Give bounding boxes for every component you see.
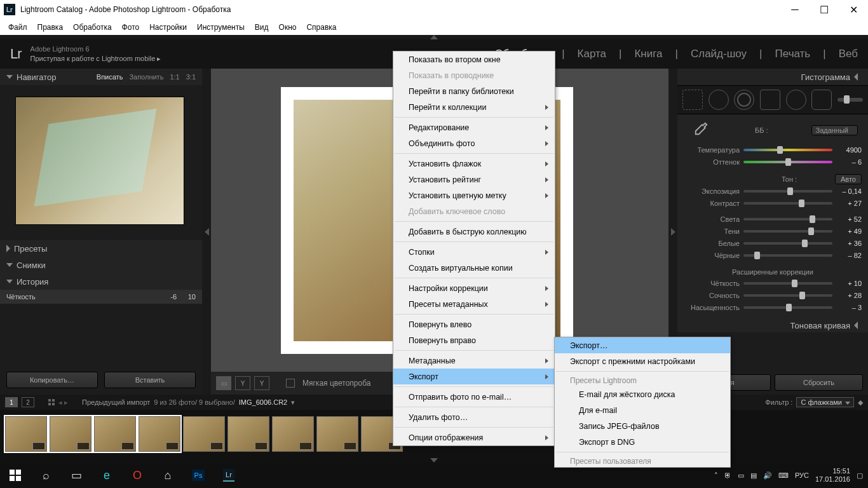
- tray-clock[interactable]: 15:51 17.01.2016: [815, 467, 850, 484]
- secondary-display-button[interactable]: 2: [22, 397, 34, 407]
- menu-item[interactable]: Стопки: [393, 244, 555, 260]
- history-item[interactable]: Чёткость -6 10: [0, 290, 202, 304]
- menu-item[interactable]: Отправить фото по e-mail…: [393, 389, 555, 405]
- navigator-header[interactable]: Навигатор ВписатьЗаполнить1:13:1: [0, 69, 202, 85]
- photoshop-icon[interactable]: Ps: [183, 463, 214, 488]
- module-Печать[interactable]: Печать: [775, 48, 811, 60]
- module-Веб[interactable]: Веб: [839, 48, 858, 60]
- menu-Окно[interactable]: Окно: [275, 21, 301, 34]
- menu-item[interactable]: Экспорт…: [555, 337, 730, 353]
- slider-Тени[interactable]: Тени+ 49: [684, 225, 862, 237]
- crop-tool[interactable]: [682, 90, 703, 110]
- loupe-view-button[interactable]: ▭: [216, 376, 231, 390]
- tonecurve-header[interactable]: Тоновая кривая: [677, 318, 868, 332]
- tool-size-slider[interactable]: [837, 98, 863, 102]
- film-thumb[interactable]: [272, 416, 314, 452]
- fit-3:1[interactable]: 3:1: [186, 73, 196, 81]
- menu-item[interactable]: E-mail для жёсткого диска: [555, 386, 730, 402]
- menu-item[interactable]: Экспорт в DNG: [555, 434, 730, 450]
- tray-expand-icon[interactable]: ˄: [714, 471, 718, 480]
- task-view-icon[interactable]: ▭: [61, 463, 92, 488]
- film-thumb[interactable]: [183, 416, 225, 452]
- histogram-header[interactable]: Гистограмма: [677, 69, 868, 85]
- source-label[interactable]: Предыдущий импорт: [82, 398, 150, 406]
- slider-knob[interactable]: [777, 146, 783, 154]
- menu-item[interactable]: Пресеты метаданных: [393, 296, 555, 312]
- menu-item[interactable]: Установить флажок: [393, 156, 555, 172]
- spot-tool[interactable]: [709, 90, 729, 110]
- menu-item[interactable]: Добавить в быструю коллекцию: [393, 224, 555, 240]
- auto-tone-button[interactable]: Авто: [835, 174, 862, 184]
- primary-display-button[interactable]: 1: [5, 397, 18, 407]
- slider-Оттенок[interactable]: Оттенок– 6: [684, 156, 862, 168]
- menu-item[interactable]: Запись JPEG-файлов: [555, 418, 730, 434]
- slider-Света[interactable]: Света+ 52: [684, 213, 862, 225]
- slider-knob[interactable]: [785, 158, 791, 166]
- menu-item[interactable]: Редактирование: [393, 119, 555, 135]
- menu-item[interactable]: Установить рейтинг: [393, 172, 555, 187]
- paste-button[interactable]: Вставить: [104, 372, 196, 388]
- grid-icon[interactable]: [48, 399, 55, 405]
- lightroom-icon[interactable]: Lr: [214, 463, 244, 488]
- search-icon[interactable]: ⌕: [31, 463, 61, 488]
- slider-Экспозиция[interactable]: Экспозиция– 0,14: [684, 185, 862, 197]
- tray-volume-icon[interactable]: 🔊: [763, 471, 772, 480]
- tray-notifications-icon[interactable]: ▢: [857, 471, 863, 480]
- menu-item[interactable]: Для e-mail: [555, 402, 730, 418]
- slider-Чёрные[interactable]: Чёрные– 82: [684, 249, 862, 261]
- radial-filter-tool[interactable]: [786, 90, 806, 110]
- window-maximize-button[interactable]: ☐: [810, 0, 839, 19]
- slider-knob[interactable]: [810, 215, 815, 223]
- presets-header[interactable]: Пресеты: [0, 240, 202, 257]
- fit-Вписать[interactable]: Вписать: [97, 73, 123, 81]
- slider-knob[interactable]: [754, 252, 760, 259]
- slider-Чёткость[interactable]: Чёткость+ 10: [684, 277, 862, 289]
- menu-item[interactable]: Настройки коррекции: [393, 280, 555, 296]
- window-close-button[interactable]: ✕: [839, 0, 868, 19]
- slider-knob[interactable]: [802, 240, 808, 247]
- before-after-y2-button[interactable]: Y: [254, 376, 269, 390]
- slider-Сочность[interactable]: Сочность+ 28: [684, 289, 862, 301]
- expand-top-icon[interactable]: [430, 35, 438, 39]
- menu-item[interactable]: Метаданные: [393, 353, 555, 369]
- tray-shield-icon[interactable]: ⛨: [724, 471, 731, 479]
- tray-keyboard-icon[interactable]: ⌨: [778, 471, 789, 480]
- menu-item[interactable]: Экспорт с прежними настройками: [555, 353, 730, 369]
- module-Карта[interactable]: Карта: [578, 48, 607, 60]
- menu-item[interactable]: Объединить фото: [393, 135, 555, 151]
- snapshots-header[interactable]: Снимки: [0, 257, 202, 273]
- start-button[interactable]: [0, 463, 31, 488]
- fit-1:1[interactable]: 1:1: [170, 73, 179, 81]
- menu-Справка[interactable]: Справка: [302, 21, 341, 34]
- filter-lock-icon[interactable]: ◆: [858, 398, 863, 407]
- fit-Заполнить[interactable]: Заполнить: [129, 73, 163, 81]
- slider-knob[interactable]: [808, 227, 814, 235]
- tray-language[interactable]: РУС: [795, 471, 809, 479]
- menu-Вид[interactable]: Вид: [250, 21, 273, 34]
- film-thumb[interactable]: [5, 416, 47, 452]
- module-Слайд-шоу[interactable]: Слайд-шоу: [691, 48, 747, 60]
- menu-Фото[interactable]: Фото: [118, 21, 144, 34]
- home-icon[interactable]: ⌂: [153, 463, 183, 488]
- tray-battery-icon[interactable]: ▭: [738, 471, 744, 480]
- brush-tool[interactable]: [811, 90, 832, 110]
- softproof-checkbox[interactable]: [286, 379, 295, 388]
- menu-item[interactable]: Опции отображения: [393, 430, 555, 445]
- slider-knob[interactable]: [792, 280, 797, 287]
- filter-dropdown[interactable]: С флажками: [796, 397, 854, 407]
- menu-item[interactable]: Установить цветную метку: [393, 187, 555, 203]
- opera-icon[interactable]: O: [122, 463, 153, 488]
- menu-item[interactable]: Удалить фото…: [393, 409, 555, 425]
- menu-item[interactable]: Перейти к коллекции: [393, 99, 555, 115]
- slider-Температура[interactable]: Температура4900: [684, 144, 862, 156]
- mobile-link[interactable]: Приступая к работе с Lightroom mobile ▸: [31, 54, 161, 64]
- navigator-preview[interactable]: [0, 85, 202, 229]
- menu-item[interactable]: Повернуть вправо: [393, 332, 555, 348]
- eyedropper-icon[interactable]: [690, 121, 709, 140]
- menu-Файл[interactable]: Файл: [4, 21, 32, 34]
- tray-network-icon[interactable]: ▤: [750, 471, 757, 480]
- film-thumb[interactable]: [316, 416, 358, 452]
- slider-Насыщенность[interactable]: Насыщенность– 3: [684, 301, 862, 313]
- slider-knob[interactable]: [799, 200, 804, 207]
- menu-Правка[interactable]: Правка: [33, 21, 68, 34]
